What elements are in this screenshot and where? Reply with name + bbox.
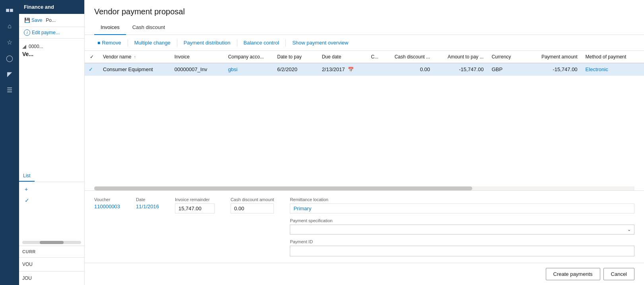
left-panel-actions: + ✓ xyxy=(19,182,84,207)
row-method-of-payment[interactable]: Electronic xyxy=(582,63,644,76)
date-field: Date 11/1/2016 xyxy=(136,197,159,209)
separator-3 xyxy=(237,39,237,47)
check-action-button[interactable]: ✓ xyxy=(22,196,81,205)
header-checkbox[interactable]: ✓ xyxy=(89,54,95,60)
invoice-remainder-field: Invoice remainder 15,747.00 xyxy=(175,197,215,213)
save-icon: 💾 xyxy=(24,17,30,23)
col-header-check: ✓ xyxy=(85,51,99,63)
grid-icon[interactable]: ■■ xyxy=(2,3,17,17)
left-toolbar: 💾 Save Po... xyxy=(19,14,84,27)
post-label: Po... xyxy=(46,17,56,23)
balance-control-button[interactable]: Balance control xyxy=(241,38,283,47)
show-payment-overview-button[interactable]: Show payment overview xyxy=(289,38,351,47)
row-checkbox[interactable]: ✓ xyxy=(85,63,99,76)
sort-icon: ↑ xyxy=(134,55,136,59)
jou-section: JOU xyxy=(19,271,84,285)
cash-discount-amount-field: Cash discount amount 0.00 xyxy=(231,197,274,213)
invoice-remainder-value: 15,747.00 xyxy=(175,204,215,213)
table-header-row: ✓ Vendor name ↑ Invoice Company acco... xyxy=(85,51,644,63)
cash-discount-amount-label: Cash discount amount xyxy=(231,197,274,202)
col-header-method-of-payment[interactable]: Method of payment xyxy=(582,51,644,63)
row-payment-amount: -15,747.00 xyxy=(528,63,582,76)
star-icon[interactable]: ☆ xyxy=(2,35,17,49)
multiple-change-button[interactable]: Multiple change xyxy=(131,38,174,47)
payment-id-input[interactable] xyxy=(290,246,634,256)
main-content: ? Vendor payment proposal Invoices Cash … xyxy=(85,0,644,285)
cash-discount-amount-value: 0.00 xyxy=(231,204,274,213)
table-body: ✓ Consumer Equipment 00000007_Inv gbsi 6… xyxy=(85,63,644,76)
row-c xyxy=(367,63,385,76)
scrollbar-thumb xyxy=(40,241,63,244)
col-header-amount-to-pay[interactable]: Amount to pay ... xyxy=(434,51,488,63)
invoices-table: ✓ Vendor name ↑ Invoice Company acco... xyxy=(85,51,644,76)
row-invoice: 00000007_Inv xyxy=(171,63,224,76)
col-header-c[interactable]: C... xyxy=(367,51,385,63)
remittance-section: Remittance location Primary Payment spec… xyxy=(290,197,634,256)
dialog-body: ■ Remove Multiple change Payment distrib… xyxy=(85,35,644,263)
payment-distribution-button[interactable]: Payment distribution xyxy=(180,38,234,47)
app-title: Finance and xyxy=(19,0,84,14)
row-cash-discount: 0.00 xyxy=(385,63,434,76)
left-panel: Finance and 💾 Save Po... i Edit payme...… xyxy=(19,0,85,285)
row-due-date: 2/13/2017 📅 xyxy=(318,63,367,76)
record-id: 0000... xyxy=(29,44,43,49)
remittance-location-value[interactable]: Primary xyxy=(290,204,634,213)
payment-specification-select[interactable]: ⌄ xyxy=(290,225,634,235)
row-company-acct[interactable]: gbsi xyxy=(224,63,274,76)
remove-button[interactable]: ■ Remove xyxy=(94,38,124,47)
cancel-button[interactable]: Cancel xyxy=(603,268,634,280)
check-icon: ✓ xyxy=(25,197,29,204)
dialog-footer: Create payments Cancel xyxy=(85,263,644,285)
table-toolbar: ■ Remove Multiple change Payment distrib… xyxy=(85,35,644,51)
col-header-vendor-name[interactable]: Vendor name ↑ xyxy=(99,51,171,63)
jou-field: JOU xyxy=(22,275,81,282)
add-action-button[interactable]: + xyxy=(22,184,81,194)
remittance-location-label: Remittance location xyxy=(290,197,634,202)
filter-icon[interactable]: ◢ xyxy=(22,43,26,49)
date-value[interactable]: 11/1/2016 xyxy=(136,204,159,209)
record-title: Ve... xyxy=(22,51,81,57)
col-header-due-date[interactable]: Due date xyxy=(318,51,367,63)
left-panel-content: ◢ 0000... Ve... xyxy=(19,39,84,171)
save-button[interactable]: 💾 Save xyxy=(22,16,44,24)
add-icon: + xyxy=(25,186,28,192)
list-icon[interactable]: ☰ xyxy=(2,83,17,97)
row-vendor-name: Consumer Equipment xyxy=(99,63,171,76)
tab-invoices[interactable]: Invoices xyxy=(94,21,126,35)
info-icon: i xyxy=(24,29,30,36)
clock-icon[interactable]: ◯ xyxy=(2,51,17,65)
payment-specification-field: Payment specification ⌄ xyxy=(290,218,634,235)
dialog-tabs: Invoices Cash discount xyxy=(85,21,644,35)
separator-2 xyxy=(177,39,177,47)
tab-cash-discount[interactable]: Cash discount xyxy=(126,21,171,35)
table-row[interactable]: ✓ Consumer Equipment 00000007_Inv gbsi 6… xyxy=(85,63,644,76)
scrollbar-thumb xyxy=(94,186,472,190)
voucher-value[interactable]: 110000003 xyxy=(94,204,120,209)
remittance-location-field: Remittance location Primary xyxy=(290,197,634,213)
panel-scrollbar[interactable] xyxy=(22,241,81,244)
col-header-payment-amount[interactable]: Payment amount xyxy=(528,51,582,63)
layers-icon[interactable]: ◤ xyxy=(2,67,17,81)
col-header-date-to-pay[interactable]: Date to pay xyxy=(273,51,318,63)
col-header-cash-discount[interactable]: Cash discount ... xyxy=(385,51,434,63)
home-icon[interactable]: ⌂ xyxy=(2,19,17,33)
sidebar-navigation: ■■ ⌂ ☆ ◯ ◤ ☰ xyxy=(0,0,19,285)
chevron-down-icon: ⌄ xyxy=(627,227,631,232)
separator-4 xyxy=(285,39,286,47)
curr-label: CURR xyxy=(22,249,81,254)
invoice-remainder-label: Invoice remainder xyxy=(175,197,215,202)
col-header-invoice[interactable]: Invoice xyxy=(171,51,224,63)
payment-id-field: Payment ID xyxy=(290,239,634,256)
calendar-icon[interactable]: 📅 xyxy=(348,67,354,72)
edit-payment-button[interactable]: i Edit payme... xyxy=(19,27,84,39)
date-label: Date xyxy=(136,197,159,202)
filter-row: ◢ 0000... xyxy=(22,42,81,51)
col-header-company-acct[interactable]: Company acco... xyxy=(224,51,274,63)
dialog-title: Vendor payment proposal xyxy=(85,0,644,21)
col-header-currency[interactable]: Currency xyxy=(488,51,528,63)
vendor-payment-dialog: Vendor payment proposal Invoices Cash di… xyxy=(85,0,644,285)
tab-list[interactable]: List xyxy=(19,171,35,182)
create-payments-button[interactable]: Create payments xyxy=(546,268,600,280)
table-horizontal-scrollbar[interactable] xyxy=(94,186,634,190)
invoices-table-container: ✓ Vendor name ↑ Invoice Company acco... xyxy=(85,51,644,186)
